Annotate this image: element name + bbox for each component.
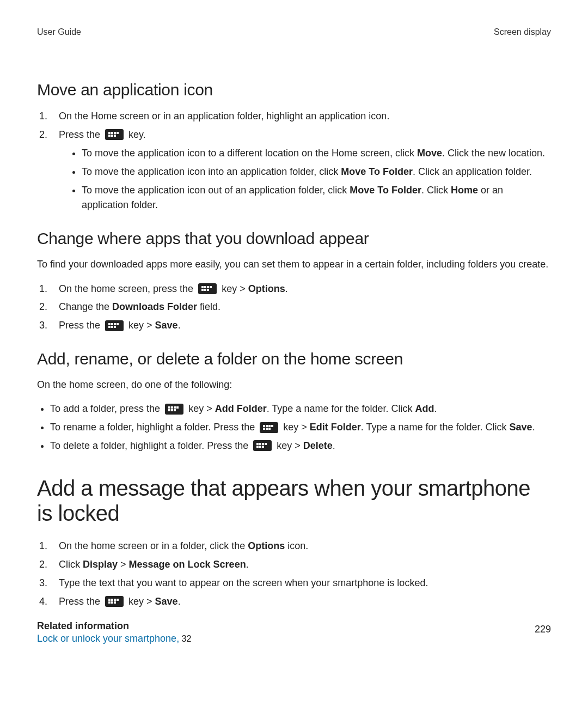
menu-key-icon bbox=[165, 404, 183, 415]
folder-ops-bullets: To add a folder, press the key > Add Fol… bbox=[37, 401, 551, 454]
heading-folder-ops: Add, rename, or delete a folder on the h… bbox=[37, 350, 551, 368]
menu-key-icon bbox=[105, 129, 124, 140]
header-right: Screen display bbox=[494, 27, 551, 37]
list-item: Change the Downloads Folder field. bbox=[50, 300, 551, 315]
list-item: On the Home screen or in an application … bbox=[50, 109, 551, 124]
list-item: To move the application icon into an app… bbox=[82, 165, 551, 180]
list-item: Press the key > Save. bbox=[50, 318, 551, 333]
list-item: On the home screen or in a folder, click… bbox=[50, 539, 551, 554]
intro-text: To find your downloaded apps more easily… bbox=[37, 258, 551, 271]
menu-key-icon bbox=[198, 283, 217, 294]
heading-change-download-location: Change where apps that you download appe… bbox=[37, 229, 551, 248]
move-app-sub-bullets: To move the application icon to a differ… bbox=[59, 146, 551, 214]
heading-move-app-icon: Move an application icon bbox=[37, 81, 551, 99]
menu-key-icon bbox=[260, 422, 278, 433]
page-header: User Guide Screen display bbox=[37, 27, 551, 37]
menu-key-icon bbox=[105, 596, 124, 607]
heading-lock-message: Add a message that appears when your sma… bbox=[37, 476, 551, 526]
change-download-steps: On the home screen, press the key > Opti… bbox=[37, 282, 551, 334]
menu-key-icon bbox=[105, 320, 124, 331]
list-item: To rename a folder, highlight a folder. … bbox=[50, 420, 551, 435]
list-item: To move the application icon to a differ… bbox=[82, 146, 551, 161]
list-item: To add a folder, press the key > Add Fol… bbox=[50, 401, 551, 417]
related-info-heading: Related information bbox=[37, 620, 551, 632]
list-item: Type the text that you want to appear on… bbox=[50, 576, 551, 591]
list-item: Click Display > Message on Lock Screen. bbox=[50, 557, 551, 573]
document-page: User Guide Screen display Move an applic… bbox=[0, 0, 588, 706]
list-item: Press the key > Save. bbox=[50, 594, 551, 610]
list-item: On the home screen, press the key > Opti… bbox=[50, 282, 551, 297]
menu-key-icon bbox=[253, 440, 272, 451]
related-link[interactable]: Lock or unlock your smartphone, bbox=[37, 633, 179, 644]
intro-text: On the home screen, do one of the follow… bbox=[37, 378, 551, 392]
page-number: 229 bbox=[535, 624, 551, 635]
header-left: User Guide bbox=[37, 27, 81, 37]
list-item: Press the key. To move the application i… bbox=[50, 127, 551, 213]
lock-message-steps: On the home screen or in a folder, click… bbox=[37, 539, 551, 610]
list-item: To move the application icon out of an a… bbox=[82, 183, 551, 214]
related-info-line: Lock or unlock your smartphone, 32 bbox=[37, 633, 551, 644]
list-item: To delete a folder, highlight a folder. … bbox=[50, 439, 551, 454]
move-app-steps: On the Home screen or in an application … bbox=[37, 109, 551, 213]
